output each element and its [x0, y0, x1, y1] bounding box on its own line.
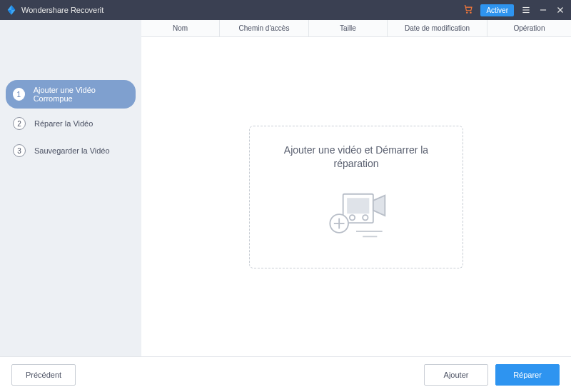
drop-zone-text: Ajouter une vidéo et Démarrer la réparat…	[250, 144, 463, 171]
column-header-date[interactable]: Date de modification	[388, 20, 487, 36]
step-number: 2	[13, 117, 26, 130]
app-logo-icon	[6, 4, 17, 16]
close-icon[interactable]	[555, 5, 565, 15]
column-header-operation[interactable]: Opération	[487, 20, 571, 36]
repair-button[interactable]: Réparer	[495, 364, 560, 386]
main-area: Nom Chemin d'accès Taille Date de modifi…	[141, 20, 571, 356]
back-button[interactable]: Précédent	[11, 364, 76, 386]
svg-point-0	[467, 12, 468, 13]
step-number: 1	[13, 88, 25, 101]
sidebar-step-3[interactable]: 3 Sauvegarder la Vidéo	[6, 139, 136, 163]
activate-button[interactable]: Activer	[480, 4, 514, 16]
sidebar: 1 Ajouter une Vidéo Corrompue 2 Réparer …	[0, 20, 141, 356]
drop-zone[interactable]: Ajouter une vidéo et Démarrer la réparat…	[249, 126, 463, 268]
svg-rect-9	[347, 198, 369, 213]
camera-illustration-icon	[317, 184, 395, 241]
minimize-icon[interactable]	[538, 5, 548, 15]
app-title: Wondershare Recoverit	[21, 6, 103, 14]
table-header: Nom Chemin d'accès Taille Date de modifi…	[141, 20, 571, 37]
titlebar: Wondershare Recoverit Activer	[0, 0, 571, 20]
cart-icon[interactable]	[463, 4, 473, 16]
content-area: Ajouter une vidéo et Démarrer la réparat…	[141, 37, 571, 356]
step-label: Sauvegarder la Vidéo	[34, 146, 110, 155]
add-button[interactable]: Ajouter	[424, 364, 488, 386]
step-label: Ajouter une Vidéo Corrompue	[34, 86, 128, 103]
column-header-path[interactable]: Chemin d'accès	[220, 20, 309, 36]
menu-icon[interactable]	[521, 5, 531, 15]
column-header-size[interactable]: Taille	[309, 20, 388, 36]
svg-point-1	[470, 12, 471, 13]
column-header-name[interactable]: Nom	[141, 20, 220, 36]
sidebar-step-1[interactable]: 1 Ajouter une Vidéo Corrompue	[6, 80, 136, 109]
svg-point-10	[350, 215, 355, 220]
sidebar-step-2[interactable]: 2 Réparer la Vidéo	[6, 111, 136, 136]
step-number: 3	[13, 144, 26, 157]
footer: Précédent Ajouter Réparer	[0, 356, 571, 392]
svg-point-11	[363, 215, 368, 220]
step-label: Réparer la Vidéo	[34, 119, 93, 128]
